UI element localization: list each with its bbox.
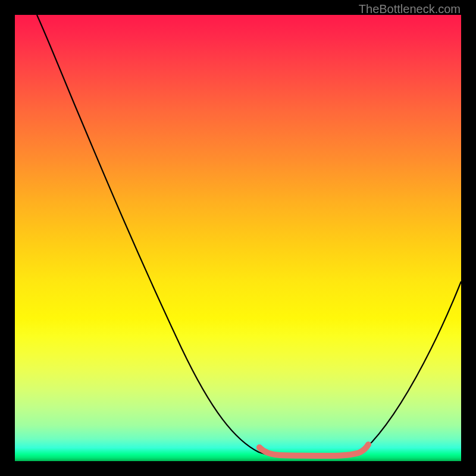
bottleneck-curve [37,15,461,456]
optimal-range [259,444,368,456]
chart-svg [15,15,461,461]
watermark-text: TheBottleneck.com [359,2,461,16]
chart-container: TheBottleneck.com [0,0,476,476]
